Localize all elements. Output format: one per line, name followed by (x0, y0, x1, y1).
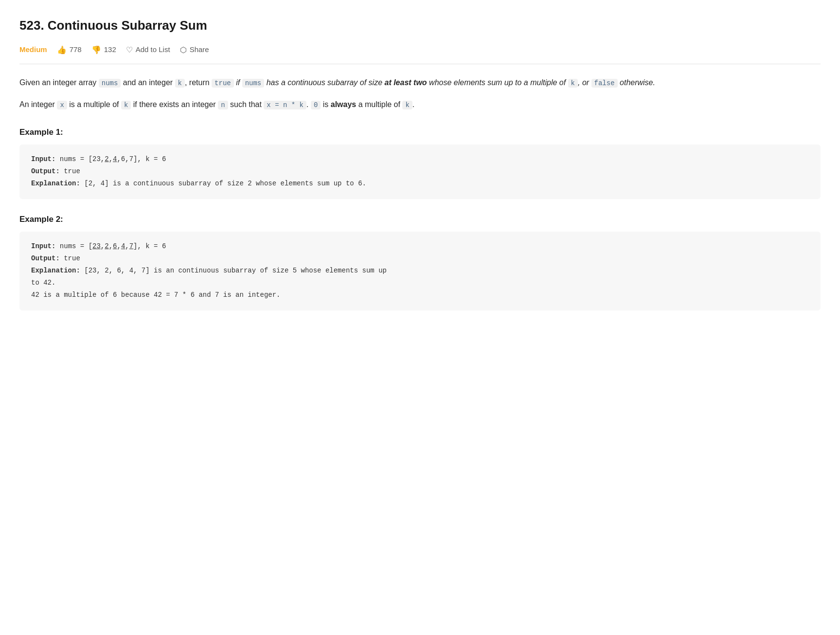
thumbs-up-icon: 👍 (57, 44, 67, 56)
underline-4: 4 (113, 155, 117, 163)
nums-code-2: nums (242, 79, 265, 88)
example-1-title: Example 1: (19, 126, 821, 139)
zero-code: 0 (311, 101, 321, 109)
n-code: n (218, 101, 228, 109)
example-1-output: Output: true (31, 165, 809, 178)
share-button[interactable]: ⬡ Share (180, 44, 209, 56)
description-paragraph-1: Given an integer array nums and an integ… (19, 76, 821, 90)
thumbs-down-icon: 👎 (91, 44, 101, 56)
nums-code-1: nums (99, 79, 121, 88)
underline-4b: 4 (121, 242, 125, 250)
true-code: true (212, 79, 234, 88)
example-2-output-label: Output: (31, 254, 60, 262)
example-2-explanation: Explanation: [23, 2, 6, 4, 7] is an cont… (31, 265, 809, 302)
x-code: x (57, 101, 67, 109)
problem-title: 523. Continuous Subarray Sum (19, 16, 821, 36)
example-2-section: Example 2: Input: nums = [23,2,6,4,7], k… (19, 213, 821, 310)
example-1-block: Input: nums = [23,2,4,6,7], k = 6 Output… (19, 145, 821, 199)
example-2-input-label: Input: (31, 242, 55, 250)
false-code: false (591, 79, 618, 88)
k-code-1: k (175, 79, 185, 88)
example-2-block: Input: nums = [23,2,6,4,7], k = 6 Output… (19, 232, 821, 310)
example-1-input-label: Input: (31, 155, 55, 163)
underline-2: 2 (105, 155, 108, 163)
dislike-button[interactable]: 👎 132 (91, 44, 116, 56)
example-2-title: Example 2: (19, 213, 821, 226)
equation-code: x = n * k (264, 101, 306, 109)
example-2-output: Output: true (31, 253, 809, 265)
k-code-2: k (568, 79, 578, 88)
difficulty-badge: Medium (19, 44, 47, 55)
underline-2b: 2 (105, 242, 108, 250)
meta-bar: Medium 👍 778 👎 132 ♡ Add to List ⬡ Share (19, 44, 821, 65)
underline-6: 6 (113, 242, 117, 250)
example-1-explanation-label: Explanation: (31, 180, 80, 187)
description-paragraph-2: An integer x is a multiple of k if there… (19, 98, 821, 112)
k-code-4: k (402, 101, 412, 109)
heart-icon: ♡ (126, 44, 133, 56)
example-1-explanation: Explanation: [2, 4] is a continuous suba… (31, 178, 809, 190)
add-to-list-button[interactable]: ♡ Add to List (126, 44, 170, 56)
example-1-input: Input: nums = [23,2,4,6,7], k = 6 (31, 153, 809, 165)
example-1-section: Example 1: Input: nums = [23,2,4,6,7], k… (19, 126, 821, 199)
underline-7: 7 (129, 242, 133, 250)
underline-23: 23 (92, 242, 101, 250)
example-1-output-label: Output: (31, 167, 60, 175)
problem-description: Given an integer array nums and an integ… (19, 76, 821, 112)
k-code-3: k (121, 101, 131, 109)
example-2-input: Input: nums = [23,2,6,4,7], k = 6 (31, 240, 809, 253)
like-button[interactable]: 👍 778 (57, 44, 82, 56)
example-2-explanation-label: Explanation: (31, 267, 80, 274)
share-icon: ⬡ (180, 44, 187, 56)
